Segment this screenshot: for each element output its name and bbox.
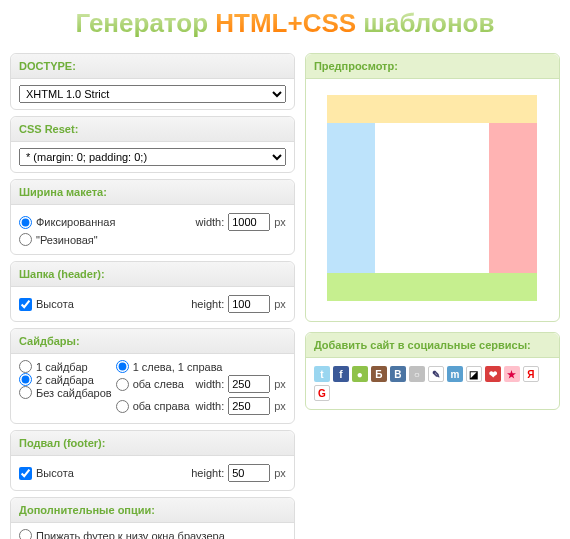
- width-fixed-label: Фиксированная: [36, 216, 115, 228]
- yandex-icon[interactable]: Я: [523, 366, 539, 382]
- width-fixed-radio[interactable]: [19, 216, 32, 229]
- sb-pos3-radio[interactable]: [116, 400, 129, 413]
- layout-preview: [327, 95, 537, 301]
- page-title: Генератор HTML+CSS шаблонов: [0, 0, 570, 53]
- preview-content: [375, 123, 489, 273]
- bookmark-icon[interactable]: ★: [504, 366, 520, 382]
- sidebars-panel: Сайдбары: 1 сайдбар 2 сайдбара Без сайдб…: [10, 328, 295, 424]
- delicious-icon[interactable]: ◪: [466, 366, 482, 382]
- title-part3: шаблонов: [356, 8, 494, 38]
- sb-count1-radio[interactable]: [19, 360, 32, 373]
- facebook-icon[interactable]: f: [333, 366, 349, 382]
- title-part1: Генератор: [75, 8, 215, 38]
- sb-w1-input[interactable]: [228, 375, 270, 393]
- reset-panel: CSS Reset: * (margin: 0; padding: 0;): [10, 116, 295, 173]
- header-height-input[interactable]: [228, 295, 270, 313]
- memori-icon[interactable]: m: [447, 366, 463, 382]
- doctype-select[interactable]: XHTML 1.0 Strict: [19, 85, 286, 103]
- footer-height-input[interactable]: [228, 464, 270, 482]
- width-label: Ширина макета:: [11, 180, 294, 205]
- title-part2: HTML+CSS: [215, 8, 356, 38]
- preview-label: Предпросмотр:: [306, 54, 559, 79]
- reset-select[interactable]: * (margin: 0; padding: 0;): [19, 148, 286, 166]
- sb-count2-radio[interactable]: [19, 373, 32, 386]
- social-label: Добавить сайт в социальные сервисы:: [306, 333, 559, 358]
- twitter-icon[interactable]: t: [314, 366, 330, 382]
- footer-label: Подвал (footer):: [11, 431, 294, 456]
- sb-pos1-radio[interactable]: [116, 360, 129, 373]
- footer-height-check[interactable]: [19, 467, 32, 480]
- social-icons: tf●БB○✎m◪❤★ЯG: [306, 358, 559, 409]
- mister-wong-icon[interactable]: ❤: [485, 366, 501, 382]
- header-panel: Шапка (header): Высота height: px: [10, 261, 295, 322]
- moikrug-icon[interactable]: ○: [409, 366, 425, 382]
- sb-pos2-radio[interactable]: [116, 378, 129, 391]
- header-height-check-label: Высота: [36, 298, 74, 310]
- preview-panel: Предпросмотр:: [305, 53, 560, 322]
- header-height-label: height:: [191, 298, 224, 310]
- form-column: DOCTYPE: XHTML 1.0 Strict CSS Reset: * (…: [10, 53, 295, 539]
- google-icon[interactable]: G: [314, 385, 330, 401]
- width-width-label: width:: [196, 216, 225, 228]
- right-column: Предпросмотр: Добавить сайт в социальные…: [305, 53, 560, 539]
- bobrdobr-icon[interactable]: Б: [371, 366, 387, 382]
- width-panel: Ширина макета: Фиксированная width: px "…: [10, 179, 295, 255]
- livejournal-icon[interactable]: ✎: [428, 366, 444, 382]
- header-height-unit: px: [274, 298, 286, 310]
- extra-opt1-radio[interactable]: [19, 529, 32, 539]
- doctype-panel: DOCTYPE: XHTML 1.0 Strict: [10, 53, 295, 110]
- width-input[interactable]: [228, 213, 270, 231]
- header-label: Шапка (header):: [11, 262, 294, 287]
- footer-panel: Подвал (footer): Высота height: px: [10, 430, 295, 491]
- width-fluid-label: "Резиновая": [36, 234, 98, 246]
- preview-footer: [327, 273, 537, 301]
- preview-sidebar-right: [489, 123, 537, 273]
- extra-label: Дополнительные опции:: [11, 498, 294, 523]
- reset-label: CSS Reset:: [11, 117, 294, 142]
- buzz-icon[interactable]: ●: [352, 366, 368, 382]
- main-layout: DOCTYPE: XHTML 1.0 Strict CSS Reset: * (…: [0, 53, 570, 539]
- sb-w2-input[interactable]: [228, 397, 270, 415]
- width-fluid-radio[interactable]: [19, 233, 32, 246]
- social-panel: Добавить сайт в социальные сервисы: tf●Б…: [305, 332, 560, 410]
- width-unit: px: [274, 216, 286, 228]
- header-height-check[interactable]: [19, 298, 32, 311]
- sidebars-label: Сайдбары:: [11, 329, 294, 354]
- doctype-label: DOCTYPE:: [11, 54, 294, 79]
- extra-panel: Дополнительные опции: Прижать футер к ни…: [10, 497, 295, 539]
- sb-count0-radio[interactable]: [19, 386, 32, 399]
- preview-sidebar-left: [327, 123, 375, 273]
- vk-icon[interactable]: B: [390, 366, 406, 382]
- preview-header: [327, 95, 537, 123]
